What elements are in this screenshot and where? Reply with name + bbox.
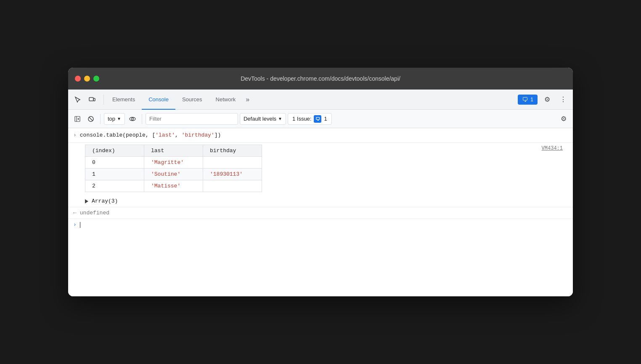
tab-elements-label: Elements [112,96,135,103]
cursor-icon [74,96,81,103]
cell-index-1: 1 [85,169,144,180]
ellipsis-icon: ⋮ [560,95,567,103]
toolbar-divider [100,114,101,124]
console-settings-button[interactable]: ⚙ [558,113,569,125]
console-gear-icon: ⚙ [561,115,567,123]
triangle-icon [85,199,88,203]
tab-sources[interactable]: Sources [175,90,209,110]
badge-count: 1 [530,97,533,103]
devtools-window: DevTools - developer.chrome.com/docs/dev… [68,68,573,296]
array-label: Array(3) [92,198,118,204]
tab-elements[interactable]: Elements [106,90,142,110]
cell-birthday-2 [203,180,262,192]
tab-console[interactable]: Console [142,90,175,110]
gear-icon: ⚙ [544,95,550,103]
tab-network[interactable]: Network [209,90,243,110]
console-content: › console.table(people, ['last', 'birthd… [68,128,573,296]
issue-prefix-label: 1 Issue: [292,116,312,122]
vm-link[interactable]: VM434:1 [537,144,568,153]
device-toggle-button[interactable] [86,93,98,106]
minimize-button[interactable] [84,76,90,82]
console-sidebar-button[interactable] [72,113,83,125]
tabs-right: 🗨 1 ⚙ ⋮ [518,93,569,106]
cell-index-2: 2 [85,180,144,192]
issue-count-label: 1 [324,116,327,122]
cell-last-2: 'Matisse' [144,180,203,192]
issues-badge-button[interactable]: 🗨 1 [518,95,538,105]
command-prompt: › [73,132,77,139]
col-header-index: (index) [85,145,144,157]
tab-divider [103,95,104,105]
svg-rect-2 [75,116,80,121]
cell-birthday-0 [203,157,262,169]
more-options-button[interactable]: ⋮ [557,93,569,106]
default-levels-label: Default levels [244,116,276,122]
text-cursor [80,222,80,228]
table-row: 1 'Soutine' '18930113' [85,169,262,180]
table-row: 0 'Magritte' [85,157,262,169]
toolbar-icons [72,93,98,106]
tab-console-label: Console [148,96,169,103]
col-header-birthday: birthday [203,145,262,157]
dropdown-arrow-icon: ▼ [117,116,121,121]
console-table: (index) last birthday 0 'Magritte' 1 'So… [85,145,262,192]
close-button[interactable] [75,76,81,82]
svg-line-6 [89,117,93,121]
table-header-row: (index) last birthday [85,145,262,157]
filter-input[interactable] [146,113,238,125]
cell-last-0: 'Magritte' [144,157,203,169]
issue-count-button[interactable]: 1 Issue: 🗨 1 [288,113,332,125]
console-table-wrap: (index) last birthday 0 'Magritte' 1 'So… [68,145,573,195]
more-tabs-button[interactable]: » [242,90,253,110]
console-toolbar: top ▼ Default levels ▼ 1 Issue: 🗨 1 ⚙ [68,110,573,128]
table-row: 2 'Matisse' [85,180,262,192]
tab-network-label: Network [216,96,236,103]
console-input-line[interactable]: › [68,219,573,230]
message-icon: 🗨 [522,96,528,103]
svg-rect-0 [89,98,93,101]
block-icon [87,116,94,122]
input-prompt: › [73,222,77,228]
context-selector[interactable]: top ▼ [104,113,125,125]
cell-last-1: 'Soutine' [144,169,203,180]
issue-badge: 🗨 [314,115,321,123]
more-tabs-icon: » [246,96,249,103]
eye-icon [129,116,136,122]
undefined-line: ← undefined [68,207,573,219]
undefined-value: undefined [80,210,109,216]
return-arrow: ← [73,210,77,216]
eye-button[interactable] [127,113,138,125]
device-icon [89,96,95,103]
tabs-bar: Elements Console Sources Network » 🗨 1 ⚙… [68,90,573,110]
string-last: 'last' [155,132,175,138]
array-toggle[interactable]: Array(3) [68,195,573,207]
string-birthday: 'birthday' [182,132,215,138]
toolbar-divider-2 [142,114,142,124]
col-header-last: last [144,145,203,157]
default-levels-button[interactable]: Default levels ▼ [240,113,286,125]
issue-badge-icon: 🗨 [315,116,320,121]
window-title: DevTools - developer.chrome.com/docs/dev… [241,75,400,82]
maximize-button[interactable] [93,76,99,82]
sidebar-icon [74,116,80,122]
cell-index-0: 0 [85,157,144,169]
svg-point-8 [131,118,133,120]
context-label: top [108,116,115,122]
console-command: console.table(people, ['last', 'birthday… [80,132,221,139]
title-bar: DevTools - developer.chrome.com/docs/dev… [68,68,573,90]
svg-rect-1 [93,98,95,101]
settings-button[interactable]: ⚙ [541,93,554,106]
cell-birthday-1: '18930113' [203,169,262,180]
inspect-element-button[interactable] [72,93,84,106]
console-command-line: › console.table(people, ['last', 'birthd… [68,128,573,143]
clear-console-button[interactable] [85,113,97,125]
dropdown-arrow-icon-2: ▼ [278,116,282,121]
traffic-lights [75,76,99,82]
tab-sources-label: Sources [182,96,202,103]
svg-marker-4 [78,118,79,120]
